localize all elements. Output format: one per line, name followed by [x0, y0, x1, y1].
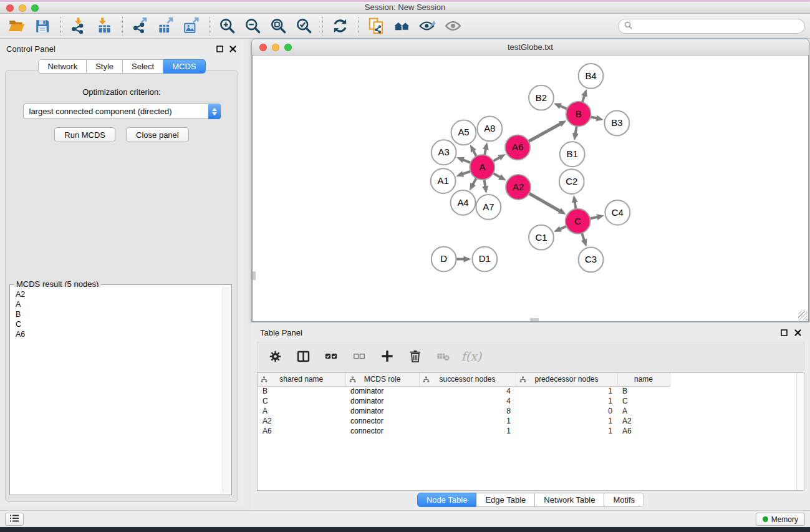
- tab-style[interactable]: Style: [87, 59, 123, 74]
- table-tab-node-table[interactable]: Node Table: [417, 493, 477, 507]
- export-image-button[interactable]: [181, 16, 201, 36]
- table-cell[interactable]: connector: [345, 426, 419, 436]
- network-close-button[interactable]: [259, 44, 267, 51]
- graph-edge-A-A2[interactable]: [493, 173, 501, 177]
- graph-edge-B-B1[interactable]: [576, 126, 577, 134]
- float-panel-icon[interactable]: [216, 45, 223, 54]
- graph-node-C4[interactable]: C4: [605, 200, 630, 225]
- tab-mcds[interactable]: MCDS: [163, 59, 205, 74]
- table-cell[interactable]: dominator: [345, 386, 419, 396]
- table-row[interactable]: A6connector11A6: [258, 426, 680, 436]
- close-panel-icon[interactable]: [229, 45, 236, 54]
- horizontal-scroll-indicator[interactable]: [530, 318, 539, 321]
- table-cell[interactable]: 1: [516, 416, 617, 426]
- table-cell[interactable]: A2: [617, 416, 670, 426]
- table-cell[interactable]: 1: [419, 416, 516, 426]
- close-window-button[interactable]: [6, 4, 14, 12]
- select-all-rows-button[interactable]: [320, 345, 342, 367]
- task-history-button[interactable]: [5, 513, 24, 526]
- graph-edge-A6-B[interactable]: [529, 123, 561, 141]
- table-cell[interactable]: A6: [617, 426, 670, 436]
- table-cell[interactable]: connector: [345, 416, 419, 426]
- graph-node-B4[interactable]: B4: [579, 64, 604, 89]
- open-file-button[interactable]: [6, 16, 27, 36]
- table-settings-button[interactable]: [264, 345, 286, 367]
- show-hide-columns-button[interactable]: [292, 345, 314, 367]
- graph-node-A3[interactable]: A3: [432, 140, 456, 165]
- graph-node-A5[interactable]: A5: [451, 120, 476, 145]
- graph-node-A[interactable]: A: [470, 155, 494, 180]
- graph-node-A4[interactable]: A4: [451, 190, 476, 215]
- duplicate-network-button[interactable]: [366, 16, 387, 36]
- refresh-network-button[interactable]: [330, 16, 350, 36]
- graph-edge-A-A3[interactable]: [463, 160, 471, 163]
- table-cell[interactable]: dominator: [345, 406, 419, 416]
- table-cell[interactable]: B: [258, 386, 345, 396]
- memory-button[interactable]: Memory: [756, 513, 805, 526]
- table-row[interactable]: A2connector11A2: [258, 416, 680, 426]
- column-header-predecessor-nodes[interactable]: predecessor nodes: [516, 373, 617, 386]
- graph-node-B1[interactable]: B1: [560, 142, 585, 167]
- column-header-MCDS-role[interactable]: MCDS role: [345, 373, 419, 386]
- table-cell[interactable]: 4: [419, 396, 516, 406]
- close-panel-button[interactable]: Close panel: [126, 127, 189, 142]
- network-canvas[interactable]: B4B2BB3A8A5A6A3B1AA1C2A2A4A7C4CC1DD1C3: [252, 56, 809, 322]
- deselect-all-rows-button[interactable]: [348, 345, 370, 367]
- run-mcds-button[interactable]: Run MCDS: [54, 127, 115, 142]
- graph-edge-C-C1[interactable]: [560, 226, 566, 230]
- export-table-button[interactable]: [155, 16, 176, 36]
- tab-select[interactable]: Select: [123, 59, 163, 74]
- graph-node-A2[interactable]: A2: [506, 175, 531, 200]
- vertical-scroll-indicator[interactable]: [253, 271, 256, 280]
- table-tab-motifs[interactable]: Motifs: [604, 493, 644, 507]
- graph-edge-A-A5[interactable]: [473, 150, 476, 156]
- export-network-button[interactable]: [130, 16, 150, 36]
- zoom-selected-button[interactable]: [294, 16, 314, 36]
- graph-edge-B-B2[interactable]: [560, 106, 567, 109]
- tab-network[interactable]: Network: [38, 59, 87, 74]
- graph-edge-A-A8[interactable]: [485, 149, 486, 155]
- resize-grip-icon[interactable]: [798, 311, 808, 321]
- table-cell[interactable]: dominator: [345, 396, 419, 406]
- minimize-window-button[interactable]: [19, 4, 26, 12]
- graph-edge-A-A1[interactable]: [463, 172, 471, 175]
- table-tab-network-table[interactable]: Network Table: [535, 493, 604, 507]
- graph-edge-A2-C[interactable]: [529, 193, 560, 211]
- table-cell[interactable]: C: [258, 396, 345, 406]
- table-cell[interactable]: 1: [516, 396, 617, 406]
- zoom-out-button[interactable]: [243, 16, 263, 36]
- zoom-in-button[interactable]: [217, 16, 238, 36]
- graph-node-C3[interactable]: C3: [579, 248, 604, 273]
- column-header-name[interactable]: name: [617, 373, 670, 386]
- table-tab-edge-table[interactable]: Edge Table: [476, 493, 535, 507]
- save-session-button[interactable]: [32, 16, 52, 36]
- add-column-button[interactable]: [376, 345, 398, 367]
- zoom-window-button[interactable]: [31, 4, 39, 12]
- optimization-criterion-select[interactable]: largest connected component (directed): [23, 104, 221, 119]
- delete-columns-button[interactable]: [404, 345, 427, 367]
- graph-edge-A-A4[interactable]: [473, 178, 476, 185]
- graph-node-A8[interactable]: A8: [477, 117, 502, 142]
- graph-node-C1[interactable]: C1: [529, 225, 554, 250]
- table-cell[interactable]: 1: [516, 426, 617, 436]
- column-header-shared-name[interactable]: shared name: [258, 373, 345, 386]
- show-graphics-details-button[interactable]: [443, 16, 463, 36]
- table-cell[interactable]: 1: [419, 426, 516, 436]
- graph-edge-C-C2[interactable]: [575, 202, 576, 210]
- table-close-panel-icon[interactable]: [794, 329, 801, 338]
- graph-node-B2[interactable]: B2: [529, 85, 554, 110]
- graph-node-B[interactable]: B: [566, 102, 591, 127]
- graph-node-B3[interactable]: B3: [604, 111, 629, 136]
- table-cell[interactable]: B: [617, 386, 670, 396]
- graph-node-C2[interactable]: C2: [559, 169, 584, 194]
- graph-edge-B-B4[interactable]: [582, 95, 584, 102]
- network-minimize-button[interactable]: [272, 44, 279, 51]
- table-cell[interactable]: 4: [419, 386, 516, 396]
- graph-node-C[interactable]: C: [566, 209, 591, 234]
- graph-edge-A-A6[interactable]: [493, 157, 500, 161]
- table-row[interactable]: Cdominator41C: [258, 396, 680, 406]
- graph-node-D[interactable]: D: [432, 247, 456, 272]
- table-cell[interactable]: A6: [258, 426, 345, 436]
- table-cell[interactable]: 1: [516, 386, 617, 396]
- graph-node-A6[interactable]: A6: [505, 135, 530, 160]
